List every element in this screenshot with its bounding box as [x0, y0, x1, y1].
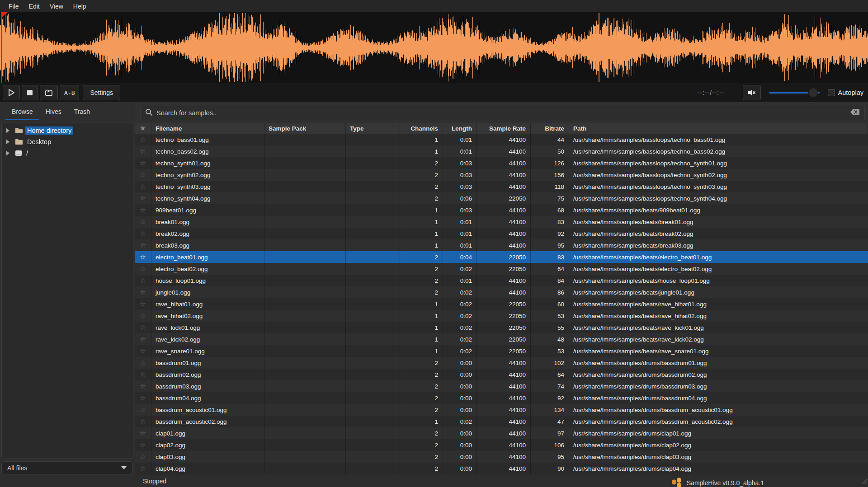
tree-item-desktop[interactable]: Desktop — [2, 136, 133, 147]
header-type[interactable]: Type — [346, 123, 400, 134]
row-favorite-star-icon[interactable]: ☆ — [135, 427, 151, 439]
table-row[interactable]: ☆clap03.ogg20:004410095/usr/share/lmms/s… — [135, 451, 868, 463]
row-favorite-star-icon[interactable]: ☆ — [135, 263, 151, 275]
row-favorite-star-icon[interactable]: ☆ — [135, 204, 151, 216]
table-row[interactable]: ☆rave_kick01.ogg10:022205055/usr/share/l… — [135, 322, 868, 333]
resize-grip[interactable] — [860, 478, 867, 487]
row-favorite-star-icon[interactable]: ☆ — [135, 192, 151, 204]
expand-caret-icon[interactable] — [6, 140, 9, 144]
expand-caret-icon[interactable] — [6, 151, 9, 155]
row-favorite-star-icon[interactable]: ☆ — [135, 439, 151, 451]
table-row[interactable]: ☆rave_hihat02.ogg10:022205053/usr/share/… — [135, 310, 868, 322]
cell-length: 0:02 — [443, 416, 477, 427]
row-favorite-star-icon[interactable]: ☆ — [135, 357, 151, 369]
menu-view[interactable]: View — [45, 1, 68, 12]
volume-slider[interactable] — [769, 88, 820, 98]
row-favorite-star-icon[interactable]: ☆ — [135, 228, 151, 239]
row-favorite-star-icon[interactable]: ☆ — [135, 392, 151, 404]
tab-trash[interactable]: Trash — [68, 105, 96, 120]
loop-button[interactable] — [40, 85, 58, 100]
table-row[interactable]: ☆techno_synth03.ogg20:0344100118/usr/sha… — [135, 181, 868, 192]
menu-file[interactable]: File — [4, 1, 24, 12]
cell-type — [346, 239, 400, 251]
table-row[interactable]: ☆bassdrum_acoustic01.ogg20:0044100134/us… — [135, 404, 868, 416]
settings-button[interactable]: Settings — [83, 85, 120, 100]
table-row[interactable]: ☆bassdrum04.ogg20:004410092/usr/share/lm… — [135, 392, 868, 404]
row-favorite-star-icon[interactable]: ☆ — [135, 369, 151, 380]
volume-thumb[interactable] — [808, 88, 818, 98]
table-row[interactable]: ☆clap02.ogg20:0044100106/usr/share/lmms/… — [135, 439, 868, 451]
autoplay-checkbox[interactable] — [828, 89, 835, 96]
header-path[interactable]: Path — [569, 123, 868, 134]
table-row[interactable]: ☆house_loop01.ogg20:014410084/usr/share/… — [135, 275, 868, 286]
table-row[interactable]: ☆clap01.ogg20:004410097/usr/share/lmms/s… — [135, 427, 868, 439]
row-favorite-star-icon[interactable]: ☆ — [135, 286, 151, 298]
row-favorite-star-icon[interactable]: ☆ — [135, 463, 151, 474]
row-favorite-star-icon[interactable]: ☆ — [135, 239, 151, 251]
ab-loop-button[interactable]: A-B — [60, 85, 79, 100]
table-row[interactable]: ☆bassdrum01.ogg20:0044100102/usr/share/l… — [135, 357, 868, 369]
table-row[interactable]: ☆clap04.ogg20:004410090/usr/share/lmms/s… — [135, 463, 868, 474]
row-favorite-star-icon[interactable]: ☆ — [135, 333, 151, 345]
row-favorite-star-icon[interactable]: ☆ — [135, 310, 151, 322]
row-favorite-star-icon[interactable]: ☆ — [135, 251, 151, 263]
row-favorite-star-icon[interactable]: ☆ — [135, 181, 151, 192]
tree-item-home[interactable]: Home directory — [2, 125, 133, 136]
table-row[interactable]: ☆break02.ogg10:014410092/usr/share/lmms/… — [135, 228, 868, 239]
table-row[interactable]: ☆techno_synth01.ogg20:0344100126/usr/sha… — [135, 157, 868, 169]
table-row[interactable]: ☆jungle01.ogg20:024410086/usr/share/lmms… — [135, 286, 868, 298]
table-row[interactable]: ☆techno_synth02.ogg20:0344100156/usr/sha… — [135, 169, 868, 181]
row-favorite-star-icon[interactable]: ☆ — [135, 145, 151, 157]
row-favorite-star-icon[interactable]: ☆ — [135, 322, 151, 333]
table-row[interactable]: ☆bassdrum02.ogg20:004410064/usr/share/lm… — [135, 369, 868, 380]
stop-button[interactable] — [22, 85, 38, 100]
file-filter-dropdown[interactable]: All files — [1, 461, 132, 474]
table-row[interactable]: ☆rave_hihat01.ogg10:022205060/usr/share/… — [135, 298, 868, 310]
cell-bitrate: 92 — [531, 228, 569, 239]
search-input[interactable]: Search for samples.. — [156, 109, 850, 117]
table-row[interactable]: ☆bassdrum03.ogg20:004410074/usr/share/lm… — [135, 380, 868, 392]
table-row[interactable]: ☆techno_bass02.ogg10:014410050/usr/share… — [135, 145, 868, 157]
table-row[interactable]: ☆rave_snare01.ogg10:022205053/usr/share/… — [135, 345, 868, 357]
row-favorite-star-icon[interactable]: ☆ — [135, 216, 151, 228]
header-favorite-star-icon[interactable]: ★ — [135, 123, 151, 134]
row-favorite-star-icon[interactable]: ☆ — [135, 169, 151, 181]
row-favorite-star-icon[interactable]: ☆ — [135, 404, 151, 416]
row-favorite-star-icon[interactable]: ☆ — [135, 134, 151, 145]
tree-item-root[interactable]: / — [2, 147, 133, 159]
menu-help[interactable]: Help — [68, 1, 91, 12]
search-bar[interactable]: Search for samples.. — [140, 106, 865, 120]
row-favorite-star-icon[interactable]: ☆ — [135, 298, 151, 310]
header-sample-pack[interactable]: Sample Pack — [264, 123, 346, 134]
row-favorite-star-icon[interactable]: ☆ — [135, 275, 151, 286]
table-row[interactable]: ☆electro_beat02.ogg20:022205064/usr/shar… — [135, 263, 868, 275]
header-sample-rate[interactable]: Sample Rate — [477, 123, 531, 134]
table-row[interactable]: ☆techno_synth04.ogg20:062205075/usr/shar… — [135, 192, 868, 204]
mute-button[interactable] — [743, 85, 761, 100]
row-favorite-star-icon[interactable]: ☆ — [135, 416, 151, 427]
row-favorite-star-icon[interactable]: ☆ — [135, 157, 151, 169]
table-row[interactable]: ☆break01.ogg10:014410083/usr/share/lmms/… — [135, 216, 868, 228]
cell-type — [346, 369, 400, 380]
clear-search-icon[interactable] — [850, 108, 860, 117]
row-favorite-star-icon[interactable]: ☆ — [135, 451, 151, 463]
header-filename[interactable]: Filename — [151, 123, 264, 134]
table-row[interactable]: ☆909beat01.ogg10:034410068/usr/share/lmm… — [135, 204, 868, 216]
expand-caret-icon[interactable] — [6, 128, 9, 133]
header-channels[interactable]: Channels — [400, 123, 443, 134]
row-favorite-star-icon[interactable]: ☆ — [135, 380, 151, 392]
tab-hives[interactable]: Hives — [39, 105, 68, 120]
row-favorite-star-icon[interactable]: ☆ — [135, 345, 151, 357]
menu-edit[interactable]: Edit — [24, 1, 45, 12]
cell-sample-pack — [264, 239, 346, 251]
table-row[interactable]: ☆break03.ogg10:014410095/usr/share/lmms/… — [135, 239, 868, 251]
table-row[interactable]: ☆rave_kick02.ogg10:022205048/usr/share/l… — [135, 333, 868, 345]
table-row[interactable]: ☆bassdrum_acoustic02.ogg10:024410047/usr… — [135, 416, 868, 427]
table-row[interactable]: ☆techno_bass01.ogg10:014410044/usr/share… — [135, 134, 868, 145]
header-length[interactable]: Length — [443, 123, 477, 134]
header-bitrate[interactable]: Bitrate — [531, 123, 569, 134]
waveform-view[interactable] — [0, 12, 868, 83]
table-row[interactable]: ☆electro_beat01.ogg20:042205083/usr/shar… — [135, 251, 868, 263]
tab-browse[interactable]: Browse — [5, 105, 39, 120]
play-button[interactable] — [3, 85, 20, 100]
